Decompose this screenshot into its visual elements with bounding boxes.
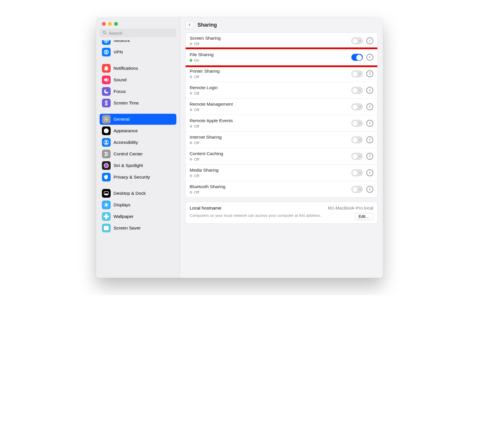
toggle-content-caching[interactable] xyxy=(351,153,363,160)
sidebar-item-vpn[interactable]: VPN xyxy=(100,47,176,58)
speaker-icon xyxy=(102,76,111,84)
sidebar-item-general[interactable]: General xyxy=(100,114,176,125)
toggle-file-sharing[interactable] xyxy=(351,54,363,61)
toggle-screen-sharing[interactable] xyxy=(351,37,363,44)
wave-icon xyxy=(102,224,111,232)
moon-icon xyxy=(102,87,111,96)
back-button[interactable] xyxy=(185,21,194,29)
contrast-icon xyxy=(102,126,111,135)
sidebar-item-siri-spotlight[interactable]: Siri & Spotlight xyxy=(100,160,176,171)
gear-icon xyxy=(102,115,111,124)
info-button-remote-apple-events[interactable]: i xyxy=(366,120,373,127)
info-button-printer-sharing[interactable]: i xyxy=(366,70,373,77)
info-button-file-sharing[interactable]: i xyxy=(366,54,373,61)
service-row-printer-sharing: Printer SharingOffi xyxy=(186,66,377,82)
status-label: Off xyxy=(194,75,199,79)
service-row-file-sharing: File SharingOni xyxy=(186,49,377,66)
maximize-window-button[interactable] xyxy=(114,22,118,26)
service-title: Screen Sharing xyxy=(190,36,351,41)
service-title: File Sharing xyxy=(190,52,351,57)
close-window-button[interactable] xyxy=(102,22,106,26)
info-button-internet-sharing[interactable]: i xyxy=(366,136,373,143)
search-field[interactable] xyxy=(100,29,176,37)
toggle-remote-login[interactable] xyxy=(351,87,363,94)
edit-hostname-button[interactable]: Edit… xyxy=(355,213,373,220)
svg-point-0 xyxy=(103,31,106,34)
svg-rect-17 xyxy=(105,194,108,195)
status-label: Off xyxy=(194,91,199,96)
status-dot-icon xyxy=(190,109,192,111)
svg-point-19 xyxy=(106,216,107,217)
sidebar-item-label: Sound xyxy=(114,77,127,82)
sidebar-item-label: Screen Saver xyxy=(114,225,141,231)
toggle-media-sharing[interactable] xyxy=(351,169,363,176)
hostname-panel: Local hostname M1-MacBook-Pro.local Comp… xyxy=(185,202,378,224)
sidebar-item-sound[interactable]: Sound xyxy=(100,74,176,85)
svg-point-5 xyxy=(106,119,107,120)
sidebar-item-label: Notifications xyxy=(114,66,138,71)
svg-point-20 xyxy=(106,214,107,216)
content-area[interactable]: Screen SharingOffiFile SharingOniPrinter… xyxy=(180,31,383,278)
toggle-remote-management[interactable] xyxy=(351,103,363,110)
sidebar-item-accessibility[interactable]: Accessibility xyxy=(100,137,176,148)
status-dot-icon xyxy=(190,76,192,78)
hostname-label: Local hostname xyxy=(190,205,328,211)
info-button-remote-login[interactable]: i xyxy=(366,87,373,94)
sidebar-item-wallpaper[interactable]: Wallpaper xyxy=(100,211,176,222)
sidebar-item-label: Siri & Spotlight xyxy=(114,163,143,168)
info-button-content-caching[interactable]: i xyxy=(366,153,373,160)
sidebar-item-screen-saver[interactable]: Screen Saver xyxy=(100,223,176,234)
info-button-media-sharing[interactable]: i xyxy=(366,169,373,176)
system-settings-window: NetworkVPNNotificationsSoundFocusScreen … xyxy=(96,17,383,278)
info-button-bluetooth-sharing[interactable]: i xyxy=(366,186,373,193)
svg-line-1 xyxy=(105,33,106,34)
sidebar-list[interactable]: NetworkVPNNotificationsSoundFocusScreen … xyxy=(96,40,180,278)
status-dot-icon xyxy=(190,158,192,161)
toggle-internet-sharing[interactable] xyxy=(351,136,363,143)
globe-grid-icon xyxy=(102,48,111,56)
sidebar-item-network[interactable]: Network xyxy=(100,40,176,46)
svg-point-14 xyxy=(105,155,106,156)
status-label: Off xyxy=(194,190,199,194)
service-title: Content Caching xyxy=(190,151,351,156)
sidebar-item-label: Desktop & Dock xyxy=(114,191,146,196)
service-row-bluetooth-sharing: Bluetooth SharingOffi xyxy=(186,181,377,197)
sidebar-item-notifications[interactable]: Notifications xyxy=(100,63,176,74)
service-row-remote-apple-events: Remote Apple EventsOffi xyxy=(186,115,377,132)
svg-point-23 xyxy=(107,216,109,217)
sidebar-item-label: Displays xyxy=(114,202,131,208)
service-title: Internet Sharing xyxy=(190,135,351,140)
sidebar-item-label: General xyxy=(114,117,129,122)
sidebar-item-desktop-dock[interactable]: Desktop & Dock xyxy=(100,188,176,199)
sidebar-item-label: Wallpaper xyxy=(114,214,134,219)
status-label: Off xyxy=(194,124,199,128)
status-label: Off xyxy=(194,157,199,161)
sidebar-item-focus[interactable]: Focus xyxy=(100,86,176,97)
svg-point-21 xyxy=(106,217,107,219)
service-title: Remote Management xyxy=(190,102,351,107)
sidebar-item-displays[interactable]: Displays xyxy=(100,199,176,210)
sidebar-item-appearance[interactable]: Appearance xyxy=(100,125,176,136)
status-label: Off xyxy=(194,108,199,112)
sidebar-item-label: Focus xyxy=(114,89,126,94)
info-button-screen-sharing[interactable]: i xyxy=(366,37,373,44)
toggle-bluetooth-sharing[interactable] xyxy=(351,186,363,193)
service-row-remote-management: Remote ManagementOffi xyxy=(186,99,377,115)
status-dot-icon xyxy=(190,92,192,95)
info-button-remote-management[interactable]: i xyxy=(366,103,373,110)
sidebar-item-privacy-security[interactable]: Privacy & Security xyxy=(100,172,176,183)
toggle-printer-sharing[interactable] xyxy=(351,70,363,77)
sidebar-item-control-center[interactable]: Control Center xyxy=(100,148,176,159)
svg-point-8 xyxy=(106,141,107,142)
minimize-window-button[interactable] xyxy=(108,22,112,26)
hostname-description: Computers on your local network can acce… xyxy=(190,213,352,219)
sidebar-item-screen-time[interactable]: Screen Time xyxy=(100,98,176,109)
toggle-remote-apple-events[interactable] xyxy=(351,120,363,127)
service-title: Bluetooth Sharing xyxy=(190,184,351,189)
sun-icon xyxy=(102,201,111,209)
globe-icon xyxy=(102,40,111,45)
svg-point-13 xyxy=(107,153,107,154)
search-input[interactable] xyxy=(109,31,173,36)
status-label: Off xyxy=(194,141,199,145)
service-title: Printer Sharing xyxy=(190,69,351,74)
